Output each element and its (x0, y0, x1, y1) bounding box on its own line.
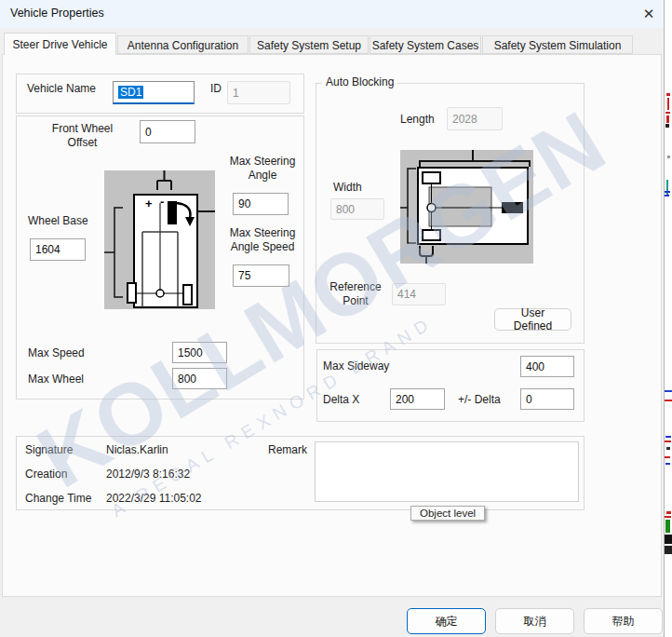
tab-safety-system-cases[interactable]: Safety System Cases (370, 35, 481, 54)
length-input: 2028 (447, 107, 503, 130)
ok-button[interactable]: 确定 (407, 608, 486, 634)
canvas-mark (665, 400, 672, 401)
canvas-mark (665, 390, 672, 392)
reference-point-marker (156, 290, 164, 297)
canvas-mark (665, 535, 672, 544)
minus-sign: - (160, 195, 164, 209)
canvas-mark (666, 115, 669, 123)
plus-minus-delta-input[interactable]: 0 (520, 388, 574, 410)
user-defined-button[interactable]: User Defined (494, 308, 571, 331)
tab-antenna-configuration[interactable]: Antenna Configuration (117, 35, 249, 54)
canvas-mark (665, 436, 671, 438)
width-label: Width (333, 181, 362, 194)
right-wheel (183, 285, 192, 305)
change-time-value: 2022/3/29 11:05:02 (106, 492, 202, 505)
canvas-mark (665, 546, 672, 554)
remark-label: Remark (268, 443, 307, 456)
vehicle-name-label: Vehicle Name (27, 82, 96, 95)
tab-safety-system-simulation[interactable]: Safety System Simulation (482, 35, 633, 54)
top-wheel (423, 172, 440, 183)
front-wheel-offset-input[interactable]: 0 (140, 120, 195, 143)
max-steering-angle-input[interactable]: 90 (233, 193, 289, 215)
change-time-label: Change Time (25, 492, 91, 505)
reference-point-label: Reference Point (325, 280, 386, 308)
vehicle-id-input: 1 (227, 81, 290, 104)
canvas-mark (665, 124, 669, 128)
canvas-mark (665, 440, 671, 442)
auto-blocking-title: Auto Blocking (322, 75, 397, 88)
plus-sign: + (145, 197, 153, 210)
canvas-mark (666, 511, 671, 514)
reference-point-input: 414 (392, 283, 446, 305)
steer-drive-vehicle-diagram-svg: + - (104, 170, 215, 309)
delta-x-input[interactable]: 200 (390, 388, 445, 410)
canvas-mark (667, 156, 670, 158)
max-steering-angle-label: Max Steering Angle (222, 155, 302, 183)
wheel-base-label: Wheel Base (28, 214, 88, 227)
max-wheel-label: Max Wheel (28, 373, 84, 386)
plus-minus-delta-label: +/- Delta (458, 393, 501, 406)
vehicle-name-selected-text: SD1 (118, 86, 143, 99)
canvas-mark (665, 456, 670, 458)
auto-blocking-diagram (400, 150, 533, 264)
canvas-mark (665, 516, 671, 518)
tab-safety-system-setup[interactable]: Safety System Setup (249, 35, 369, 54)
vehicle-name-input[interactable]: SD1 (113, 81, 195, 104)
vehicle-id-label: ID (210, 82, 222, 95)
steer-drive-vehicle-page: Vehicle Name SD1 ID 1 Front Wheel Offset… (2, 54, 662, 597)
left-wheel (128, 283, 136, 303)
max-wheel-input[interactable]: 800 (172, 368, 227, 389)
window-title: Vehicle Properties (10, 7, 104, 20)
signature-value: Niclas.Karlin (106, 443, 168, 456)
remark-input[interactable] (315, 441, 579, 502)
max-speed-label: Max Speed (28, 346, 85, 359)
close-icon[interactable]: ✕ (638, 3, 660, 25)
vehicle-properties-dialog: Vehicle Properties ✕ Steer Drive Vehicle… (0, 0, 665, 637)
auto-blocking-diagram-svg (400, 150, 533, 264)
canvas-mark (665, 463, 670, 465)
canvas-mark (667, 98, 669, 110)
object-level-tooltip: Object level (410, 506, 485, 521)
delta-x-label: Delta X (323, 393, 359, 406)
max-steering-angle-speed-label: Max Steering Angle Speed (222, 226, 302, 254)
blocking-zone (429, 187, 491, 226)
reference-point-marker (427, 204, 436, 212)
tow-hitch-icon (157, 170, 171, 190)
cancel-button[interactable]: 取消 (495, 608, 574, 634)
steer-drive-vehicle-diagram: + - (104, 170, 215, 309)
signature-label: Signature (25, 443, 73, 456)
wheelbase-dimension-bracket (104, 208, 123, 297)
canvas-mark (666, 447, 670, 450)
canvas-mark (665, 191, 670, 193)
help-button[interactable]: 帮助 (584, 608, 663, 634)
canvas-mark (665, 520, 670, 533)
steering-unit (168, 201, 177, 224)
wheel-base-input[interactable]: 1604 (30, 238, 86, 261)
max-steering-angle-speed-input[interactable]: 75 (233, 264, 289, 287)
front-wheel-offset-label: Front Wheel Offset (38, 122, 127, 150)
creation-value: 2012/9/3 8:16:32 (106, 468, 190, 481)
length-label: Length (400, 113, 435, 126)
length-dimension-bracket (420, 150, 530, 167)
titlebar: Vehicle Properties ✕ (0, 0, 664, 28)
canvas-mark (665, 195, 669, 197)
max-sideway-label: Max Sideway (323, 359, 389, 373)
screen: Vehicle Properties ✕ Steer Drive Vehicle… (0, 0, 672, 637)
tow-hitch-icon (420, 246, 433, 264)
creation-label: Creation (25, 468, 67, 481)
bottom-wheel (423, 230, 440, 240)
max-sideway-input[interactable]: 400 (520, 356, 574, 377)
width-input: 800 (330, 198, 384, 220)
canvas-mark (665, 112, 670, 114)
background-app-strip (664, 0, 672, 637)
max-speed-input[interactable]: 1500 (172, 342, 227, 363)
tab-steer-drive-vehicle[interactable]: Steer Drive Vehicle (4, 33, 116, 55)
canvas-mark (666, 93, 670, 96)
width-dimension-bracket (400, 169, 416, 243)
drive-unit (502, 202, 523, 213)
